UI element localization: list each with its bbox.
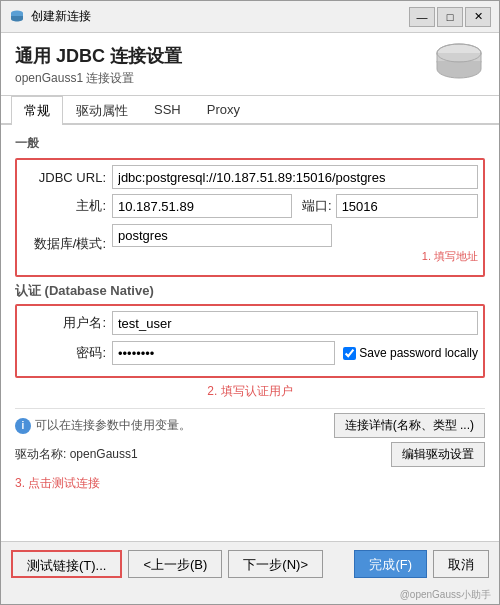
- page-title: 通用 JDBC 连接设置: [15, 44, 182, 68]
- hint3-text: 3. 点击测试连接: [15, 475, 485, 492]
- port-label: 端口:: [302, 197, 332, 215]
- tab-ssh[interactable]: SSH: [141, 96, 194, 125]
- jdbc-label: JDBC URL:: [22, 170, 112, 185]
- general-section-label: 一般: [15, 135, 485, 152]
- db-icon: [433, 43, 485, 87]
- details-button[interactable]: 连接详情(名称、类型 ...): [334, 413, 485, 438]
- hint2-text: 2. 填写认证用户: [15, 383, 485, 400]
- title-bar: 创建新连接 — □ ✕: [1, 1, 499, 33]
- pass-group: 密码: Save password locally: [22, 341, 478, 365]
- host-input[interactable]: [112, 194, 292, 218]
- maximize-button[interactable]: □: [437, 7, 463, 27]
- db-group: 数据库/模式: 1. 填写地址: [22, 224, 478, 264]
- finish-button[interactable]: 完成(F): [354, 550, 427, 578]
- title-bar-text: 创建新连接: [31, 8, 91, 25]
- db-input[interactable]: [112, 224, 332, 247]
- window-icon: [9, 9, 25, 25]
- next-button[interactable]: 下一步(N)>: [228, 550, 323, 578]
- info-row: i 可以在连接参数中使用变量。 连接详情(名称、类型 ...): [15, 408, 485, 438]
- host-port-group: 主机: 端口:: [22, 194, 478, 218]
- test-button[interactable]: 测试链接(T)...: [11, 550, 122, 578]
- tab-driver-props[interactable]: 驱动属性: [63, 96, 141, 125]
- jdbc-input[interactable]: [112, 165, 478, 189]
- info-icon: i: [15, 418, 31, 434]
- save-pass-label[interactable]: Save password locally: [343, 346, 478, 360]
- main-window: 创建新连接 — □ ✕ 通用 JDBC 连接设置 openGauss1 连接设置…: [0, 0, 500, 605]
- user-label: 用户名:: [22, 314, 112, 332]
- auth-title: 认证 (Database Native): [15, 282, 485, 300]
- minimize-button[interactable]: —: [409, 7, 435, 27]
- info-text: 可以在连接参数中使用变量。: [35, 417, 191, 434]
- header-section: 通用 JDBC 连接设置 openGauss1 连接设置: [1, 33, 499, 96]
- content-area: 一般 JDBC URL: 主机: 端口: 数据库/模式:: [1, 125, 499, 541]
- address-section: JDBC URL: 主机: 端口: 数据库/模式: 1. 填写地址: [15, 158, 485, 277]
- title-bar-controls: — □ ✕: [409, 7, 491, 27]
- cancel-button[interactable]: 取消: [433, 550, 489, 578]
- edit-driver-button[interactable]: 编辑驱动设置: [391, 442, 485, 467]
- auth-box: 用户名: 密码: Save password locally: [15, 304, 485, 378]
- db-label: 数据库/模式:: [22, 235, 112, 253]
- port-input[interactable]: [336, 194, 478, 218]
- host-label: 主机:: [22, 197, 112, 215]
- watermark: @openGauss小助手: [1, 586, 499, 604]
- pass-label: 密码:: [22, 344, 112, 362]
- user-input[interactable]: [112, 311, 478, 335]
- back-button[interactable]: <上一步(B): [128, 550, 222, 578]
- tab-bar: 常规 驱动属性 SSH Proxy: [1, 96, 499, 125]
- tab-general[interactable]: 常规: [11, 96, 63, 125]
- save-pass-checkbox[interactable]: [343, 347, 356, 360]
- close-button[interactable]: ✕: [465, 7, 491, 27]
- hint1-text: 1. 填写地址: [112, 249, 478, 264]
- page-subtitle: openGauss1 连接设置: [15, 70, 182, 87]
- pass-input[interactable]: [112, 341, 335, 365]
- footer: 测试链接(T)... <上一步(B) 下一步(N)> 完成(F) 取消: [1, 541, 499, 586]
- driver-row: 驱动名称: openGauss1 编辑驱动设置: [15, 442, 485, 467]
- tab-proxy[interactable]: Proxy: [194, 96, 253, 125]
- title-bar-left: 创建新连接: [9, 8, 91, 25]
- user-group: 用户名:: [22, 311, 478, 335]
- driver-label: 驱动名称: openGauss1: [15, 446, 138, 463]
- jdbc-url-row: JDBC URL:: [22, 165, 478, 189]
